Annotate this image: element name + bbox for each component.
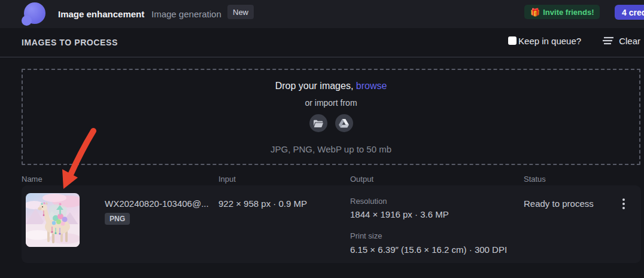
resolution-value: 1844 × 1916 px · 3.6 MP [350,209,449,219]
credits-button[interactable]: 4 cred [615,5,644,20]
row-menu-button[interactable] [616,195,631,212]
resolution-label: Resolution [350,197,387,206]
app-window: Image enhancement Image generation New 🎁… [0,0,644,278]
credits-label: 4 cred [622,8,644,17]
kebab-dot [622,207,625,209]
print-size-value: 6.15 × 6.39″ (15.6 × 16.2 cm) · 300 DPI [350,245,507,255]
image-thumbnail[interactable] [26,193,80,247]
folder-import-button[interactable] [309,114,327,132]
google-drive-icon [339,119,349,128]
dropzone-title: Drop your images, browse [275,81,387,91]
status-text: Ready to process [524,198,594,209]
invite-friends-button[interactable]: 🎁 Invite friends! [524,5,600,19]
dropzone-title-text: Drop your images, [275,81,356,91]
keep-in-queue-label[interactable]: Keep in queue? [518,36,581,46]
new-badge: New [227,5,254,19]
keep-in-queue-checkbox[interactable] [508,36,517,45]
section-title: IMAGES TO PROCESS [22,38,118,47]
supported-formats-label: JPG, PNG, WebP up to 50 mb [271,144,391,154]
import-from-label: or import from [305,98,357,108]
folder-icon [314,120,323,127]
input-dimensions: 922 × 958 px · 0.9 MP [218,198,307,209]
tab-image-generation[interactable]: Image generation [151,9,221,19]
logo-circle-small [22,16,32,26]
camel-artwork [26,193,80,247]
column-header-name: Name [22,175,42,184]
google-drive-import-button[interactable] [335,114,353,132]
column-header-output: Output [350,175,373,184]
tab-image-enhancement[interactable]: Image enhancement [58,9,144,19]
gift-icon: 🎁 [530,8,540,17]
queue-controls: Keep in queue? Clear [508,35,642,46]
invite-friends-label: Invite friends! [543,8,594,17]
column-header-status: Status [524,175,546,184]
print-size-label: Print size [350,231,382,240]
clear-all-icon [601,35,614,46]
format-badge: PNG [105,213,130,225]
column-header-input: Input [218,175,236,184]
table-row: WX20240820-103406@... PNG 922 × 958 px ·… [22,185,641,263]
image-dropzone[interactable]: Drop your images, browse or import from … [22,69,640,165]
clear-button[interactable]: Clear [601,35,640,46]
file-name: WX20240820-103406@... [105,198,209,209]
import-sources [309,114,353,132]
kebab-dot [622,203,625,205]
browse-link[interactable]: browse [356,81,387,91]
navbar: Image enhancement Image generation New 🎁… [0,0,644,28]
clear-label: Clear [619,36,640,46]
kebab-dot [622,198,625,201]
queue-section-header: IMAGES TO PROCESS Keep in queue? Clear [0,28,644,57]
app-logo-icon[interactable] [22,2,45,26]
